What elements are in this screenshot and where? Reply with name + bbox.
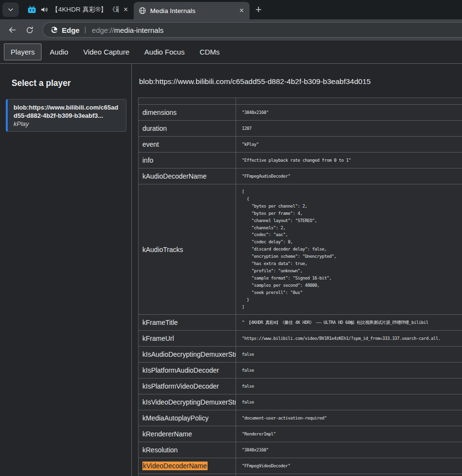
site-label: Edge (62, 26, 80, 34)
tab-title: Media Internals (150, 7, 235, 14)
property-name: kIsPlatformAudioDecoder (139, 363, 236, 378)
media-internals-page: PlayersAudioVideo CaptureAudio FocusCDMs… (0, 41, 462, 476)
property-value: [ { "bytes per channel": 2, "bytes per f… (236, 184, 462, 315)
nav-tab-video-capture[interactable]: Video Capture (76, 43, 136, 60)
player-detail-panel: blob:https://www.bilibili.com/c65add55-d… (132, 64, 462, 476)
globe-icon (139, 7, 146, 14)
property-row: duration1207 (139, 121, 462, 137)
property-name: kIsVideoDecryptingDemuxerStream (139, 394, 236, 410)
property-value: "FFmpegAudioDecoder" (236, 168, 462, 184)
property-value: "https://www.bilibili.com/video/BV1R1e4z… (236, 331, 462, 347)
property-row: kAudioTracks[ { "bytes per channel": 2, … (139, 184, 462, 315)
property-row: kFrameTitle" 【4KHDR 真彩®】《最佳 4K HDR》 —— U… (139, 315, 462, 331)
nav-tab-audio[interactable]: Audio (43, 43, 75, 60)
property-row: kMediaAutoplayPolicy"document-user-activ… (139, 410, 462, 426)
refresh-icon (26, 26, 34, 34)
property-value: false (236, 363, 462, 378)
property-row: kIsVideoDecryptingDemuxerStreamfalse (139, 394, 462, 410)
property-row: event"kPlay" (139, 137, 462, 153)
page-content: Select a player blob:https://www.bilibil… (0, 64, 462, 476)
property-row: dimensions"3840x2160" (139, 105, 462, 121)
property-row: kFrameUrl"https://www.bilibili.com/video… (139, 331, 462, 347)
property-name: kMediaAutoplayPolicy (139, 410, 236, 426)
property-row: kIsPlatformVideoDecoderfalse (139, 378, 462, 394)
nav-tab-cdms[interactable]: CDMs (193, 43, 226, 60)
browser-toolbar: Edge | edge://media-internals (0, 19, 462, 41)
property-value: "Effective playback rate changed from 0 … (236, 153, 462, 168)
property-table-body: dimensions"3840x2160"duration1207event"k… (139, 98, 462, 476)
property-value: "document-user-activation-required" (236, 410, 462, 426)
property-row: kRendererName"RendererImpl" (139, 426, 462, 442)
player-list-item[interactable]: blob:https://www.bilibili.com/c65add55-d… (6, 99, 126, 132)
url-scheme: edge:// (92, 26, 114, 34)
property-name: kRendererName (139, 426, 236, 442)
browser-tab-media-internals[interactable]: Media Internals × (134, 2, 250, 19)
audio-playing-icon[interactable] (40, 6, 48, 14)
property-value: 1207 (236, 121, 462, 137)
edge-logo-icon (50, 26, 58, 34)
property-value: "3840x2160" (236, 105, 462, 121)
browser-tab-strip: 【4KHDR 真彩®】 《最佳 × Media Internals × + (0, 0, 462, 19)
property-name: kResolution (139, 442, 236, 458)
partial-row (139, 474, 462, 476)
property-value: "RendererImpl" (236, 426, 462, 442)
sidebar-heading: Select a player (12, 78, 131, 88)
url-text: edge://media-internals (92, 26, 163, 34)
player-detail-title: blob:https://www.bilibili.com/c65add55-d… (139, 77, 462, 86)
property-row: kIsAudioDecryptingDemuxerStreamfalse (139, 347, 462, 363)
property-name: info (139, 153, 236, 168)
browser-tab-bilibili[interactable]: 【4KHDR 真彩®】 《最佳 × (23, 0, 134, 19)
tab-search-button[interactable] (2, 2, 19, 17)
chevron-down-icon (7, 6, 14, 13)
player-sidebar: Select a player blob:https://www.bilibil… (0, 64, 132, 476)
player-url: blob:https://www.bilibili.com/c65add55-d… (14, 103, 121, 120)
property-value: "kPlay" (236, 137, 462, 153)
find-highlight: kVideoDecoderName (142, 462, 208, 470)
property-row: kResolution"3840x2160" (139, 442, 462, 458)
bilibili-tv-icon (28, 6, 36, 14)
property-value: false (236, 394, 462, 410)
property-name: kAudioDecoderName (139, 168, 236, 184)
property-row: kVideoDecoderName"FFmpegVideoDecoder" (139, 458, 462, 474)
back-button[interactable] (4, 22, 20, 38)
property-table: dimensions"3840x2160"duration1207event"k… (138, 98, 462, 476)
close-icon[interactable]: × (238, 7, 245, 14)
property-value: " 【4KHDR 真彩®】《最佳 4K HDR》 —— ULTRA HD 60帧… (236, 315, 462, 331)
omnibox-separator: | (84, 26, 88, 34)
property-name: kIsPlatformVideoDecoder (139, 378, 236, 394)
nav-tab-audio-focus[interactable]: Audio Focus (138, 43, 191, 60)
property-row: info"Effective playback rate changed fro… (139, 153, 462, 168)
page-nav: PlayersAudioVideo CaptureAudio FocusCDMs (0, 41, 462, 64)
property-name: kFrameUrl (139, 331, 236, 347)
property-name: dimensions (139, 105, 236, 121)
url-host: media-internals (114, 26, 164, 34)
property-value: false (236, 378, 462, 394)
property-name: kIsAudioDecryptingDemuxerStream (139, 347, 236, 363)
property-row: kIsPlatformAudioDecoderfalse (139, 363, 462, 378)
close-icon[interactable]: × (123, 6, 129, 14)
back-arrow-icon (8, 26, 17, 34)
player-last-event: kPlay (14, 120, 121, 128)
nav-tab-players[interactable]: Players (4, 43, 42, 60)
property-name: event (139, 137, 236, 153)
address-bar[interactable]: Edge | edge://media-internals (42, 22, 462, 38)
property-value: "3840x2160" (236, 442, 462, 458)
property-name: kFrameTitle (139, 315, 236, 331)
tab-title: 【4KHDR 真彩®】 《最佳 (52, 5, 119, 14)
property-name: kAudioTracks (139, 184, 236, 315)
refresh-button[interactable] (21, 22, 38, 38)
property-name: duration (139, 121, 236, 137)
partial-row (139, 98, 462, 105)
property-value: "FFmpegVideoDecoder" (236, 458, 462, 474)
property-value: false (236, 347, 462, 363)
new-tab-button[interactable]: + (255, 3, 262, 16)
property-row: kAudioDecoderName"FFmpegAudioDecoder" (139, 168, 462, 184)
property-name: kVideoDecoderName (139, 458, 236, 474)
